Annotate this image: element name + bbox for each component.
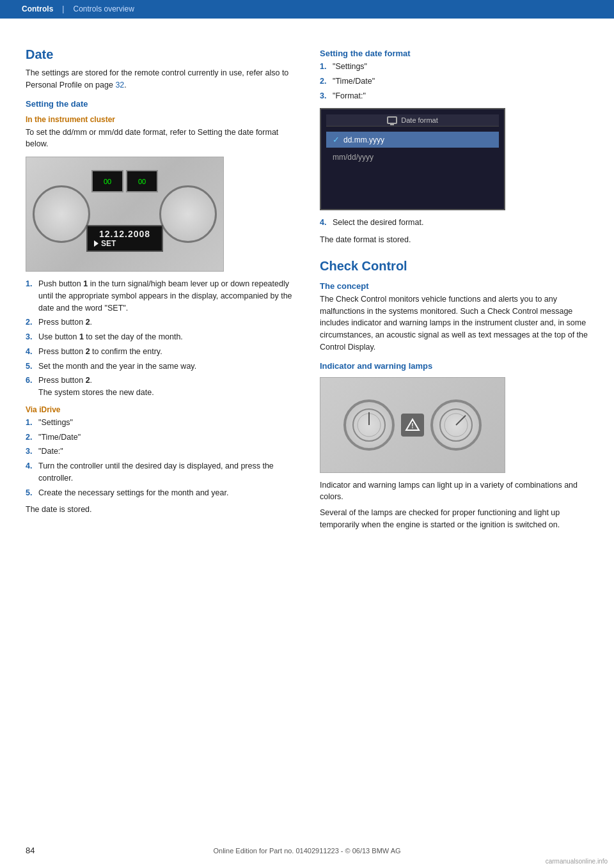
date-intro-text: The settings are stored for the remote c… — [26, 68, 288, 89]
idrive-step-2: 2. "Time/Date" — [26, 431, 301, 444]
step4-num: 4. — [320, 217, 329, 229]
step4-list: 4. Select the desired format. — [320, 217, 595, 229]
idrive-step-num-5: 5. — [26, 487, 35, 499]
arrow-right-icon — [94, 240, 98, 247]
format-step-num-1: 1. — [320, 61, 329, 73]
left-column: Date The settings are stored for the rem… — [26, 41, 301, 535]
check-control-title: Check Control — [320, 259, 595, 274]
speedo-svg — [350, 406, 388, 444]
format-step-num-2: 2. — [320, 75, 329, 88]
idrive-step-3: 3. "Date:" — [26, 446, 301, 458]
date-section-title: Date — [26, 47, 301, 62]
content-area: Date The settings are stored for the rem… — [0, 28, 614, 554]
idrive-step-content-5: Create the necessary settings for the mo… — [38, 487, 301, 499]
idrive-step-num-4: 4. — [26, 460, 35, 484]
date-intro: The settings are stored for the remote c… — [26, 67, 301, 91]
step-num-5: 5. — [26, 360, 35, 373]
warning-lamps-image: ! — [320, 377, 505, 473]
step-num-4: 4. — [26, 346, 35, 358]
watermark: carmanualsonline.info — [546, 858, 608, 865]
idrive-step-4: 4. Turn the controller until the desired… — [26, 460, 301, 484]
idrive-step-num-2: 2. — [26, 431, 35, 444]
format-steps-list: 1. "Settings" 2. "Time/Date" 3. "Format:… — [320, 61, 595, 102]
format-option-2[interactable]: mm/dd/yyyy — [326, 150, 499, 165]
step4-content: Select the desired format. — [333, 217, 595, 229]
format-step-num-3: 3. — [320, 90, 329, 102]
gauge-area: ! — [329, 384, 496, 467]
format-screen-title-text: Date format — [401, 116, 437, 124]
idrive-step-5: 5. Create the necessary settings for the… — [26, 487, 301, 499]
set-label: SET — [101, 239, 116, 248]
right-gauge — [159, 185, 217, 243]
left-gauge — [33, 185, 90, 243]
idrive-step-1: 1. "Settings" — [26, 417, 301, 429]
step-6: 6. Press button 2.The system stores the … — [26, 375, 301, 399]
format-step-content-3: "Format:" — [333, 90, 595, 102]
idrive-step-content-3: "Date:" — [38, 446, 301, 458]
format-step-2: 2. "Time/Date" — [320, 75, 595, 88]
set-line: SET — [94, 239, 155, 248]
page-link-32[interactable]: 32 — [115, 81, 124, 89]
step-num-6: 6. — [26, 375, 35, 399]
svg-line-7 — [456, 415, 466, 425]
date-value: 12.12.2008 — [94, 229, 155, 239]
step-3: 3. Use button 1 to set the day of the mo… — [26, 331, 301, 343]
step-num-2: 2. — [26, 316, 35, 329]
step-content-2: Press button 2. — [38, 316, 301, 329]
format-step-content-1: "Settings" — [333, 61, 595, 73]
format-step-content-2: "Time/Date" — [333, 75, 595, 88]
header-bar: Controls | Controls overview — [0, 0, 614, 18]
svg-text:!: ! — [411, 422, 413, 430]
instrument-text: To set the dd/mm or mm/dd date format, r… — [26, 127, 301, 151]
setting-date-format-title: Setting the date format — [320, 49, 595, 58]
header-divider — [0, 18, 614, 19]
format-option-1-selected[interactable]: ✓ dd.mm.yyyy — [326, 132, 499, 148]
via-idrive-subtitle: Via iDrive — [26, 405, 301, 414]
concept-title: The concept — [320, 281, 595, 291]
indicator-after1: Indicator and warning lamps can light up… — [320, 479, 595, 504]
step-5: 5. Set the month and the year in the sam… — [26, 360, 301, 373]
date-stored-text: The date is stored. — [26, 504, 301, 516]
left-gauge-container — [343, 399, 395, 451]
step-1: 1. Push button 1 in the turn signal/high… — [26, 278, 301, 314]
date-display-box: 12.12.2008 SET — [86, 225, 163, 252]
right-warning-gauge — [430, 399, 482, 451]
mini-gauge-right: 00 — [126, 170, 158, 192]
speedo-svg-right — [437, 406, 475, 444]
cluster-steps-list: 1. Push button 1 in the turn signal/high… — [26, 278, 301, 399]
cluster-center: 00 00 — [91, 170, 158, 192]
step-content-4: Press button 2 to confirm the entry. — [38, 346, 301, 358]
step-content-3: Use button 1 to set the day of the month… — [38, 331, 301, 343]
right-column: Setting the date format 1. "Settings" 2.… — [320, 41, 595, 535]
setting-date-subtitle: Setting the date — [26, 99, 301, 109]
warning-icon: ! — [401, 414, 424, 437]
concept-text: The Check Control monitors vehicle funct… — [320, 293, 595, 353]
step-content-5: Set the month and the year in the same w… — [38, 360, 301, 373]
screen-icon — [387, 116, 397, 124]
step-content-1: Push button 1 in the turn signal/high be… — [38, 278, 301, 314]
idrive-step-content-1: "Settings" — [38, 417, 301, 429]
checkmark-icon: ✓ — [333, 135, 340, 144]
tab-controls[interactable]: Controls — [13, 2, 62, 16]
idrive-steps-list: 1. "Settings" 2. "Time/Date" 3. "Date:" … — [26, 417, 301, 499]
step-2: 2. Press button 2. — [26, 316, 301, 329]
instrument-cluster-subtitle: In the instrument cluster — [26, 115, 301, 124]
right-gauge-container — [430, 399, 482, 451]
step-content-6: Press button 2.The system stores the new… — [38, 375, 301, 399]
footer-text: Online Edition for Part no. 01402911223 … — [213, 847, 400, 855]
center-warning: ! — [401, 414, 424, 437]
idrive-step-num-3: 3. — [26, 446, 35, 458]
indicator-title: Indicator and warning lamps — [320, 361, 595, 371]
step-num-3: 3. — [26, 331, 35, 343]
cluster-image: 00 00 12.12.2008 SET — [26, 157, 224, 272]
indicator-after2: Several of the lamps are checked for pro… — [320, 507, 595, 531]
format-step-1: 1. "Settings" — [320, 61, 595, 73]
step-num-1: 1. — [26, 278, 35, 314]
idrive-step-content-2: "Time/Date" — [38, 431, 301, 444]
format-step-3: 3. "Format:" — [320, 90, 595, 102]
tab-overview: Controls overview — [64, 2, 143, 16]
date-format-screen: Date format ✓ dd.mm.yyyy mm/dd/yyyy — [320, 108, 505, 210]
warning-triangle-icon: ! — [405, 417, 420, 433]
step4-item: 4. Select the desired format. — [320, 217, 595, 229]
mini-gauge-left: 00 — [91, 170, 123, 192]
